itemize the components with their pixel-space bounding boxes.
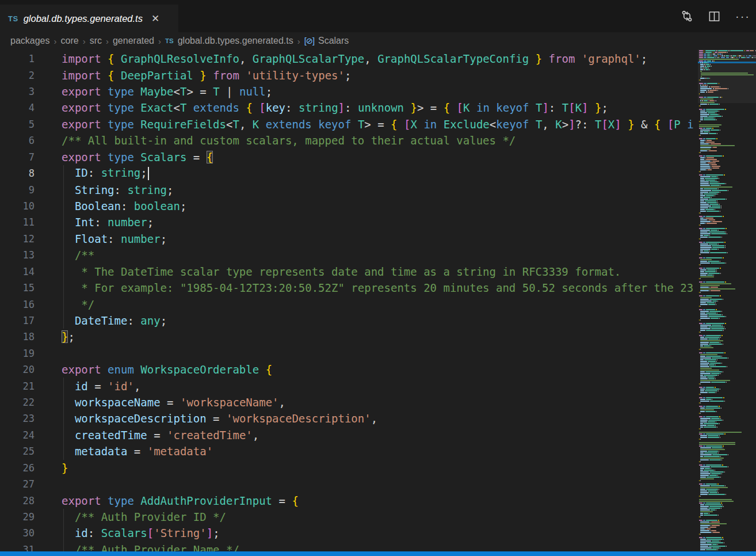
line-number: 20	[0, 364, 35, 375]
code-line[interactable]: 14 * The DateTime scalar type represents…	[0, 263, 698, 279]
line-number: 11	[0, 216, 35, 228]
code-line[interactable]: 12 Float: number;	[0, 231, 698, 247]
code-line[interactable]: 8 ID: string;	[0, 165, 698, 181]
code-line[interactable]: 30 id: Scalars['String'];	[0, 525, 698, 541]
line-number: 14	[0, 266, 35, 277]
breadcrumb: packages › core › src › generated › TS g…	[0, 32, 756, 49]
line-number: 30	[0, 527, 35, 539]
line-number: 12	[0, 233, 35, 245]
code-line[interactable]: 13 /**	[0, 247, 698, 263]
code-line[interactable]: 16 */	[0, 296, 698, 312]
breadcrumb-core[interactable]: core	[61, 36, 79, 46]
code-line[interactable]: 20export enum WorkspaceOrderable {	[0, 361, 698, 378]
code-line[interactable]: 15 * For example: "1985-04-12T23:20:50.5…	[0, 280, 698, 296]
breadcrumb-packages[interactable]: packages	[10, 36, 50, 46]
minimap[interactable]	[698, 49, 756, 551]
open-changes-icon[interactable]	[681, 10, 693, 22]
text-cursor	[148, 167, 149, 180]
code-line[interactable]: 28export type AddAuthProviderInput = {	[0, 492, 698, 508]
tab-bar: TS global.db.types.generated.ts ✕ ···	[0, 0, 756, 32]
line-number: 16	[0, 299, 35, 310]
line-number: 8	[0, 167, 35, 179]
breadcrumb-symbol-scalars[interactable]: Scalars	[318, 36, 349, 46]
line-number: 13	[0, 249, 35, 261]
code-line[interactable]: 9 String: string;	[0, 181, 698, 197]
code-line[interactable]: 21 id = 'id',	[0, 378, 698, 394]
line-number: 2	[0, 70, 35, 81]
code-line[interactable]: 26}	[0, 460, 698, 476]
code-line[interactable]: 11 Int: number;	[0, 214, 698, 230]
code-line[interactable]: 10 Boolean: boolean;	[0, 198, 698, 214]
breadcrumb-generated[interactable]: generated	[113, 36, 154, 46]
close-tab-icon[interactable]: ✕	[151, 13, 159, 25]
typescript-file-icon: TS	[8, 14, 18, 23]
chevron-right-icon: ›	[83, 36, 86, 46]
chevron-right-icon: ›	[158, 36, 161, 46]
line-number: 26	[0, 462, 35, 474]
code-line[interactable]: 24 createdTime = 'createdTime',	[0, 427, 698, 443]
line-number: 9	[0, 184, 35, 196]
line-number: 28	[0, 495, 35, 507]
status-bar	[0, 551, 756, 556]
line-number: 4	[0, 102, 35, 113]
line-number: 5	[0, 119, 35, 130]
code-line[interactable]: 25 metadata = 'metadata'	[0, 443, 698, 459]
chevron-right-icon: ›	[106, 36, 109, 46]
line-number: 21	[0, 380, 35, 392]
code-line[interactable]: 2import { DeepPartial } from 'utility-ty…	[0, 67, 698, 83]
line-number: 6	[0, 135, 35, 146]
code-lines[interactable]: 1import { GraphQLResolveInfo, GraphQLSca…	[0, 51, 698, 551]
code-line[interactable]: 29 /** Auth Provider ID */	[0, 509, 698, 525]
line-number: 31	[0, 544, 35, 551]
code-editor[interactable]: 1import { GraphQLResolveInfo, GraphQLSca…	[0, 49, 756, 551]
line-number: 1	[0, 53, 35, 64]
code-line[interactable]: 4export type Exact<T extends { [key: str…	[0, 100, 698, 116]
line-number: 17	[0, 315, 35, 326]
line-number: 23	[0, 413, 35, 424]
tab-global-db-types-generated[interactable]: TS global.db.types.generated.ts ✕	[0, 5, 178, 32]
line-number: 3	[0, 86, 35, 97]
code-line[interactable]: 17 DateTime: any;	[0, 313, 698, 329]
code-line[interactable]: 19	[0, 345, 698, 361]
code-line[interactable]: 6/** All built-in and custom scalars, ma…	[0, 132, 698, 148]
code-line[interactable]: 27	[0, 476, 698, 492]
code-line[interactable]: 31 /** Auth Provider Name */	[0, 542, 698, 551]
more-actions-icon[interactable]: ···	[735, 13, 750, 19]
chevron-right-icon: ›	[297, 36, 300, 46]
line-number: 29	[0, 511, 35, 523]
typescript-file-icon: TS	[165, 37, 174, 44]
split-editor-icon[interactable]	[708, 10, 720, 22]
breadcrumb-file[interactable]: global.db.types.generated.ts	[178, 36, 293, 46]
tab-title: global.db.types.generated.ts	[24, 13, 143, 24]
code-line[interactable]: 18};	[0, 329, 698, 345]
line-number: 27	[0, 478, 35, 490]
symbol-type-icon: [⊘]	[304, 36, 314, 45]
line-number: 24	[0, 429, 35, 441]
code-line[interactable]: 3export type Maybe<T> = T | null;	[0, 83, 698, 100]
line-number: 18	[0, 331, 35, 342]
code-line[interactable]: 1import { GraphQLResolveInfo, GraphQLSca…	[0, 51, 698, 67]
line-number: 19	[0, 348, 35, 359]
line-number: 25	[0, 445, 35, 457]
code-line[interactable]: 5export type RequireFields<T, K extends …	[0, 116, 698, 132]
code-line[interactable]: 7export type Scalars = {	[0, 149, 698, 165]
editor-actions: ···	[681, 0, 750, 32]
line-number: 10	[0, 200, 35, 212]
chevron-right-icon: ›	[54, 36, 57, 46]
code-line[interactable]: 23 workspaceDescription = 'workspaceDesc…	[0, 410, 698, 426]
breadcrumb-src[interactable]: src	[90, 36, 102, 46]
line-number: 7	[0, 151, 35, 163]
code-line[interactable]: 22 workspaceName = 'workspaceName',	[0, 394, 698, 410]
line-number: 15	[0, 282, 35, 294]
line-number: 22	[0, 397, 35, 408]
